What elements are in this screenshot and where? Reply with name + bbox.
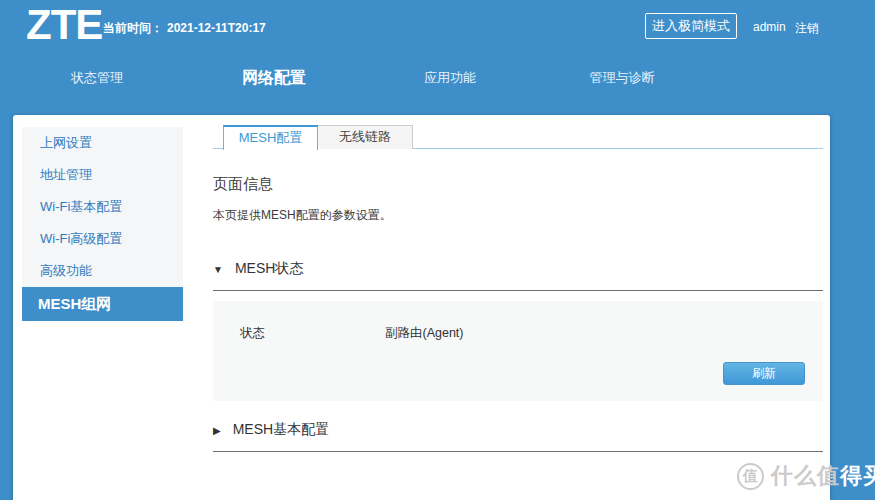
username-label: admin xyxy=(753,20,786,34)
current-time: 当前时间：2021-12-11T20:17 xyxy=(103,20,266,37)
logout-link[interactable]: 注销 xyxy=(795,20,819,37)
collapse-arrow-down-icon: ▼ xyxy=(213,264,223,275)
enter-simple-mode-button[interactable]: 进入极简模式 xyxy=(645,13,737,39)
refresh-button[interactable]: 刷新 xyxy=(723,362,805,385)
top-header: ZTE 当前时间：2021-12-11T20:17 进入极简模式 admin 注… xyxy=(0,0,875,55)
main-nav: 状态管理 网络配置 应用功能 管理与诊断 xyxy=(0,55,875,100)
section-header-mesh-basic[interactable]: ▶MESH基本配置 xyxy=(213,421,823,452)
nav-item-status[interactable]: 状态管理 xyxy=(71,55,123,100)
sidebar-item-address-management[interactable]: 地址管理 xyxy=(22,159,183,191)
sidebar-item-internet-settings[interactable]: 上网设置 xyxy=(22,127,183,159)
watermark-text-white: 得买 xyxy=(840,463,875,488)
section-title-mesh-status: MESH状态 xyxy=(235,260,303,276)
section-title-mesh-basic: MESH基本配置 xyxy=(233,421,329,437)
section-header-mesh-status[interactable]: ▼MESH状态 xyxy=(213,260,823,291)
status-field-label: 状态 xyxy=(240,325,265,342)
sidebar: 上网设置 地址管理 Wi-Fi基本配置 Wi-Fi高级配置 高级功能 MESH组… xyxy=(22,127,183,321)
nav-item-network[interactable]: 网络配置 xyxy=(242,55,306,100)
tab-mesh-config[interactable]: MESH配置 xyxy=(223,125,318,150)
current-time-value: 2021-12-11T20:17 xyxy=(167,21,266,35)
sidebar-item-advanced-functions[interactable]: 高级功能 xyxy=(22,255,183,287)
page-title: 页面信息 xyxy=(213,175,823,194)
current-time-label: 当前时间： xyxy=(103,21,163,35)
sidebar-item-mesh-networking[interactable]: MESH组网 xyxy=(22,287,183,321)
sidebar-item-wifi-advanced[interactable]: Wi-Fi高级配置 xyxy=(22,223,183,255)
status-field-value: 副路由(Agent) xyxy=(385,325,464,342)
zte-logo: ZTE xyxy=(26,1,102,49)
content-area: MESH配置 无线链路 页面信息 本页提供MESH配置的参数设置。 ▼MESH状… xyxy=(213,125,823,452)
tab-wireless-link[interactable]: 无线链路 xyxy=(318,125,413,149)
sidebar-item-wifi-basic[interactable]: Wi-Fi基本配置 xyxy=(22,191,183,223)
main-card: 上网设置 地址管理 Wi-Fi基本配置 Wi-Fi高级配置 高级功能 MESH组… xyxy=(13,115,830,500)
page-description: 本页提供MESH配置的参数设置。 xyxy=(213,207,823,224)
nav-item-application[interactable]: 应用功能 xyxy=(424,55,476,100)
collapse-arrow-right-icon: ▶ xyxy=(213,425,221,436)
mesh-status-panel: 状态 副路由(Agent) 刷新 xyxy=(213,301,823,401)
nav-item-management[interactable]: 管理与诊断 xyxy=(590,55,655,100)
tab-bar: MESH配置 无线链路 xyxy=(213,125,823,149)
